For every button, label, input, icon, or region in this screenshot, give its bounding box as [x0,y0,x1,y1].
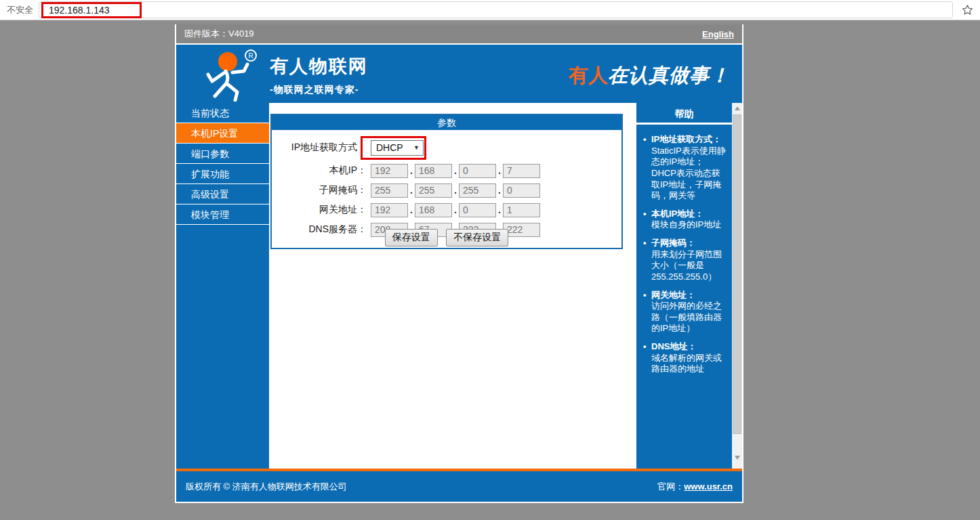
sidebar-item[interactable]: 扩展功能 [176,164,269,184]
slogan-rest: 在认真做事！ [608,64,730,86]
url-text[interactable]: 192.168.1.143 [49,5,110,16]
security-status-label[interactable]: 不安全 [4,4,39,16]
svg-text:R: R [248,52,253,60]
ip-octet-input [371,183,408,198]
scroll-down-icon[interactable] [732,452,742,463]
brand-subtitle: -物联网之联网专家- [270,84,368,96]
brand-header: R 有人物联网 -物联网之联网专家- 有人在认真做事！ [176,45,742,103]
slogan-highlight: 有人 [569,64,608,86]
ip-octet-input [503,164,540,178]
help-item: •网关地址：访问外网的必经之路（一般填路由器的IP地址） [643,290,728,335]
save-settings-button[interactable]: 保存设置 [385,229,438,246]
browser-address-bar: 不安全 192.168.1.143 [0,0,980,20]
octet-separator: . [408,185,415,196]
bullet-icon: • [643,238,651,283]
help-term: 子网掩码： [651,238,695,248]
help-title: 帮助 [636,103,732,125]
brand-text: 有人物联网 -物联网之联网专家- [270,54,368,96]
sidebar-item[interactable]: 端口参数 [176,144,269,164]
ip-mode-select[interactable]: DHCP ▼ [371,140,424,156]
website-link[interactable]: www.usr.cn [684,481,733,492]
ip-octet-input [415,183,452,198]
field-label: 子网掩码： [272,184,371,196]
url-omnibox[interactable]: 192.168.1.143 [39,1,953,18]
help-description: 用来划分子网范围大小（一般是 255.255.255.0） [651,249,722,282]
bullet-icon: • [643,290,651,335]
scroll-up-icon[interactable] [732,103,742,114]
device-config-site: 固件版本：V4019 English R 有人物联网 -物联网之联网专家- 有人… [175,24,743,503]
bookmark-star-icon[interactable] [958,1,976,19]
ip-mode-label: IP地址获取方式： [272,142,371,154]
help-term: DNS地址： [651,341,696,351]
copyright-text: 版权所有 © 济南有人物联网技术有限公司 [186,481,347,493]
bullet-icon: • [643,209,651,231]
page-background: 固件版本：V4019 English R 有人物联网 -物联网之联网专家- 有人… [0,20,980,520]
help-term: IP地址获取方式： [651,134,721,144]
brand-title: 有人物联网 [270,54,368,79]
help-description: StaticIP表示使用静态的IP地址；DHCP表示动态获取IP地址，子网掩码，… [651,146,726,201]
ip-octet-input [371,164,408,178]
bullet-icon: • [643,341,651,375]
main-row: 当前状态本机IP设置端口参数扩展功能高级设置模块管理 参数 IP地址获取方式： … [176,103,742,469]
sidebar-item[interactable]: 模块管理 [176,204,269,225]
ip-octet-input [371,203,408,217]
help-item: •子网掩码：用来划分子网范围大小（一般是 255.255.255.0） [643,238,728,283]
octet-separator: . [408,165,415,176]
firmware-version-label: 固件版本：V4019 [184,28,254,40]
octet-separator: . [496,165,503,176]
form-buttons: 保存设置 不保存设置 [269,229,624,246]
form-title: 参数 [272,115,621,130]
ip-octet-input [503,203,540,217]
octet-separator: . [452,185,459,196]
help-description: 域名解析的网关或路由器的地址 [651,353,722,374]
firmware-topbar: 固件版本：V4019 English [176,24,742,43]
help-scrollbar[interactable] [732,103,742,469]
help-term: 本机IP地址： [651,209,703,219]
sidebar-item[interactable]: 高级设置 [176,184,269,204]
brand-slogan: 有人在认真做事！ [569,62,730,89]
sidebar-item[interactable]: 当前状态 [176,103,269,123]
ip-octet-input [459,183,496,198]
ip-mode-selected-value: DHCP [376,142,403,153]
ip-octet-input [459,164,496,178]
dropdown-arrow-icon: ▼ [413,144,420,151]
ip-octet-input [415,203,452,217]
usr-logo-icon: R [194,47,264,104]
octet-separator: . [496,185,503,196]
language-switch-link[interactable]: English [702,29,734,39]
ip-octet-input [459,203,496,217]
field-label: 本机IP： [272,165,371,177]
help-description: 访问外网的必经之路（一般填路由器的IP地址） [651,301,722,333]
discard-settings-button[interactable]: 不保存设置 [446,229,508,246]
website-line: 官网：www.usr.cn [657,481,733,493]
bullet-icon: • [643,134,651,202]
scrollbar-thumb[interactable] [733,114,741,434]
settings-content: 参数 IP地址获取方式： DHCP ▼ 本机 [269,103,634,469]
help-item: •IP地址获取方式：StaticIP表示使用静态的IP地址；DHCP表示动态获取… [643,134,728,202]
help-item: •DNS地址：域名解析的网关或路由器的地址 [643,341,728,375]
octet-separator: . [452,204,459,215]
url-annotation-red-box: 192.168.1.143 [41,2,142,18]
ip-octet-input [503,183,540,198]
help-term: 网关地址： [651,290,695,300]
field-label: 网关地址： [272,204,371,216]
help-panel: 帮助 •IP地址获取方式：StaticIP表示使用静态的IP地址；DHCP表示动… [634,103,732,469]
octet-separator: . [452,165,459,176]
octet-separator: . [408,204,415,215]
ip-octet-input [415,164,452,178]
octet-separator: . [496,204,503,215]
footer: 版权所有 © 济南有人物联网技术有限公司 官网：www.usr.cn [176,471,742,502]
nav-sidebar: 当前状态本机IP设置端口参数扩展功能高级设置模块管理 [176,103,269,469]
help-item: •本机IP地址：模块自身的IP地址 [643,209,728,231]
sidebar-item[interactable]: 本机IP设置 [176,123,269,144]
help-list: •IP地址获取方式：StaticIP表示使用静态的IP地址；DHCP表示动态获取… [636,125,732,375]
website-label: 官网： [657,481,684,492]
help-description: 模块自身的IP地址 [651,219,721,230]
